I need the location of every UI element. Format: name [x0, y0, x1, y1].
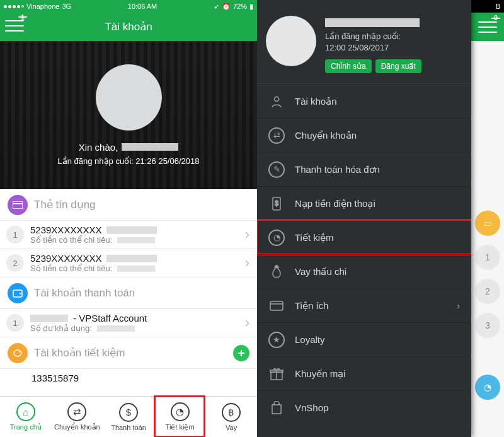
menu-label: Loyalty	[295, 334, 325, 345]
piggy-bank-icon: ◔	[268, 230, 285, 246]
avatar[interactable]	[266, 16, 316, 66]
svg-rect-1	[13, 203, 23, 204]
background-list-peek: ▭ 1 2 3 ◔	[471, 41, 504, 437]
menu-label: Nạp tiền điện thoại	[295, 198, 375, 209]
money-bag-icon	[268, 264, 285, 280]
last-login-label: Lần đăng nhập cuối:	[58, 156, 134, 166]
account-hero: Xin chào, Lần đăng nhập cuối: 21:26 25/0…	[0, 41, 257, 189]
menu-item-overdraft[interactable]: Vay thấu chi	[257, 254, 471, 288]
account-number-masked	[30, 315, 68, 322]
wallet-icon: ▭	[475, 211, 500, 236]
menu-item-account[interactable]: Tài khoản	[257, 84, 471, 118]
balance-label: Số dư khả dụng:	[30, 323, 92, 333]
svg-rect-14	[272, 405, 281, 414]
section-title: Thẻ tín dụng	[34, 198, 249, 211]
tab-bar: ⌂ Trang chủ ⇄ Chuyển khoản $ Thanh toán …	[0, 396, 257, 437]
piggy-icon: ◔	[171, 402, 190, 421]
credit-card-icon	[8, 195, 28, 215]
credit-account-row[interactable]: 2 5239XXXXXXXX Số tiền có thể chi tiêu: …	[0, 249, 257, 277]
menu-item-topup[interactable]: $ Nạp tiền điện thoại	[257, 186, 471, 220]
tab-payment[interactable]: $ Thanh toán	[103, 397, 154, 437]
account-name: - VPStaff Account	[73, 313, 147, 323]
user-name-masked	[122, 143, 178, 151]
last-login-value: 12:00 25/08/2017	[325, 43, 389, 52]
section-savings-account[interactable]: Tài khoản tiết kiệm +	[0, 337, 257, 369]
menu-item-transfer[interactable]: ⇄ Chuyển khoản	[257, 118, 471, 152]
svg-point-4	[14, 350, 21, 356]
row-index: 1	[6, 226, 24, 243]
drawer-menu: Tài khoản ⇄ Chuyển khoản ✎ Thanh toán hó…	[257, 84, 471, 437]
section-credit-card[interactable]: Thẻ tín dụng	[0, 189, 257, 221]
menu-item-bill-payment[interactable]: ✎ Thanh toán hóa đơn	[257, 152, 471, 186]
row-index: 2	[6, 254, 24, 272]
menu-item-loyalty[interactable]: ★ Loyalty	[257, 322, 471, 356]
page-title: Tài khoản	[105, 20, 152, 33]
chevron-right-icon: ›	[245, 226, 249, 243]
transfer-icon: ⇄	[268, 127, 285, 144]
last-login-value: 21:26 25/06/2018	[135, 156, 199, 166]
status-right-text: B	[496, 3, 500, 10]
add-savings-button[interactable]: +	[233, 345, 249, 361]
drawer-header: Lần đăng nhập cuối: 12:00 25/08/2017 Chỉ…	[257, 0, 471, 84]
tab-label: Trang chủ	[10, 423, 42, 431]
menu-item-promotion[interactable]: Khuyến mại	[257, 356, 471, 390]
user-name-masked	[325, 18, 420, 27]
list-item: 3	[475, 313, 500, 338]
clock-label: 10:06 AM	[128, 3, 157, 10]
status-bar: Vinaphone 3G 10:06 AM ➶ ⏰ 72% ▮	[0, 0, 257, 13]
signal-dots-icon	[4, 5, 24, 8]
savings-account-row[interactable]: 133515879	[0, 369, 257, 383]
section-payment-account[interactable]: Tài khoản thanh toán	[0, 277, 257, 309]
svg-point-5	[19, 351, 20, 353]
tab-label: Chuyển khoản	[54, 423, 100, 431]
money-bag-icon: ฿	[222, 403, 241, 422]
tab-transfer[interactable]: ⇄ Chuyển khoản	[52, 397, 103, 437]
user-icon	[268, 93, 285, 110]
list-item: 2	[475, 279, 500, 304]
location-icon: ➶	[214, 3, 219, 11]
dollar-icon: $	[119, 403, 138, 422]
gift-icon	[268, 366, 285, 382]
navbar: 1 Tài khoản	[0, 13, 257, 41]
phone-icon: $	[268, 195, 285, 212]
card-number: 5239XXXXXXXX	[30, 224, 101, 235]
menu-item-vnshop[interactable]: VnShop	[257, 390, 471, 424]
menu-label: Thanh toán hóa đơn	[295, 164, 380, 175]
bill-icon: ✎	[268, 161, 285, 178]
tab-label: Thanh toán	[111, 424, 146, 431]
avatar[interactable]	[96, 64, 162, 131]
piggy-bank-icon: ◔	[475, 375, 500, 400]
tab-savings[interactable]: ◔ Tiết kiệm	[154, 397, 206, 437]
credit-account-row[interactable]: 1 5239XXXXXXXX Số tiền có thể chi tiêu: …	[0, 221, 257, 249]
edit-profile-button[interactable]: Chỉnh sửa	[325, 59, 372, 73]
transfer-icon: ⇄	[67, 402, 86, 421]
menu-label: Khuyến mại	[295, 368, 346, 380]
menu-button[interactable]: 1	[5, 18, 24, 33]
svg-text:$: $	[275, 200, 278, 207]
wallet-icon	[8, 283, 28, 303]
tab-loan[interactable]: ฿ Vay	[205, 397, 257, 437]
chevron-right-icon: ›	[245, 315, 249, 331]
shopping-bag-icon	[268, 400, 285, 416]
tab-label: Tiết kiệm	[166, 423, 195, 431]
star-icon: ★	[268, 332, 285, 348]
home-icon: ⌂	[16, 402, 35, 421]
savings-number: 133515879	[32, 373, 79, 383]
greeting-prefix: Xin chào,	[79, 142, 118, 153]
menu-item-utilities[interactable]: Tiện ích ›	[257, 288, 471, 322]
alarm-icon: ⏰	[222, 3, 231, 11]
logout-button[interactable]: Đăng xuất	[375, 59, 421, 73]
row-index: 1	[6, 314, 24, 332]
menu-item-savings[interactable]: ◔ Tiết kiệm	[257, 220, 471, 254]
svg-point-6	[275, 96, 279, 101]
battery-icon: ▮	[249, 3, 253, 11]
menu-button[interactable]: 9	[478, 20, 497, 35]
menu-badge: 9	[491, 18, 500, 19]
tab-home[interactable]: ⌂ Trang chủ	[0, 397, 52, 437]
payment-account-row[interactable]: 1 - VPStaff Account Số dư khả dụng: ›	[0, 309, 257, 337]
masked-icon	[106, 255, 157, 262]
list-item: 1	[475, 245, 500, 270]
last-login-label: Lần đăng nhập cuối:	[325, 32, 401, 41]
menu-label: VnShop	[295, 402, 328, 413]
svg-rect-9	[270, 301, 283, 310]
